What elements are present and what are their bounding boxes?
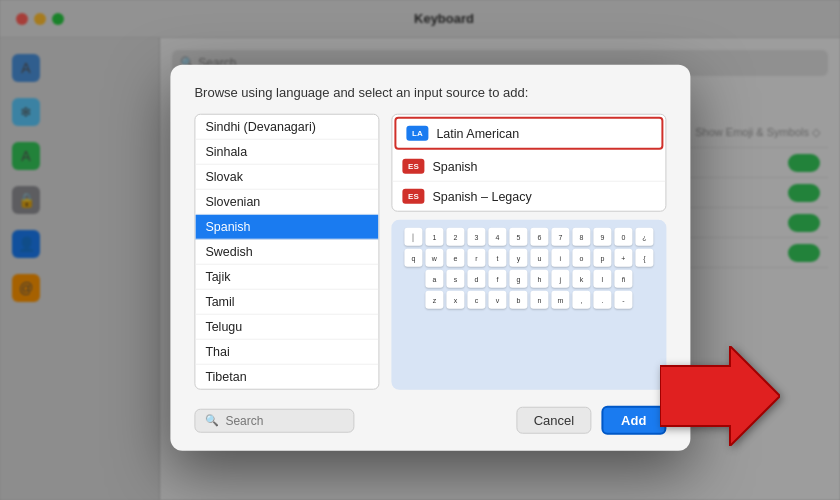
- kb-key: h: [530, 270, 548, 288]
- kb-key: g: [509, 270, 527, 288]
- dialog-title: Browse using language and select an inpu…: [194, 85, 666, 100]
- kb-key: 8: [572, 228, 590, 246]
- right-panel: LA Latin American ES Spanish ES Spanish …: [391, 114, 666, 390]
- dialog-buttons: Cancel Add: [517, 406, 667, 435]
- kb-key: {: [635, 249, 653, 267]
- lang-item-slovak[interactable]: Slovak: [195, 165, 378, 190]
- search-icon: 🔍: [205, 414, 219, 427]
- kb-key: w: [425, 249, 443, 267]
- kb-key: c: [467, 291, 485, 309]
- kb-key: a: [425, 270, 443, 288]
- kb-key: +: [614, 249, 632, 267]
- kb-key: t: [488, 249, 506, 267]
- kb-row-numbers: │ 1 2 3 4 5 6 7 8 9 0 ¿: [397, 228, 660, 246]
- input-source-list[interactable]: LA Latin American ES Spanish ES Spanish …: [391, 114, 666, 212]
- lang-item-tibetan[interactable]: Tibetan: [195, 365, 378, 389]
- kb-key: f: [488, 270, 506, 288]
- kb-key: 5: [509, 228, 527, 246]
- kb-key: s: [446, 270, 464, 288]
- kb-key: z: [425, 291, 443, 309]
- kb-key: x: [446, 291, 464, 309]
- cancel-button[interactable]: Cancel: [517, 407, 591, 434]
- kb-key: v: [488, 291, 506, 309]
- input-source-dialog: Browse using language and select an inpu…: [170, 65, 690, 451]
- kb-key: ñ: [614, 270, 632, 288]
- search-input[interactable]: [225, 413, 343, 427]
- add-button[interactable]: Add: [601, 406, 666, 435]
- input-source-name-spanish: Spanish: [432, 159, 477, 173]
- kb-row-asdf: a s d f g h j k l ñ: [397, 270, 660, 288]
- kb-key: ,: [572, 291, 590, 309]
- lang-item-telugu[interactable]: Telugu: [195, 315, 378, 340]
- badge-es-spanish: ES: [402, 159, 424, 174]
- kb-key: m: [551, 291, 569, 309]
- kb-key: 3: [467, 228, 485, 246]
- badge-es-legacy: ES: [402, 189, 424, 204]
- kb-key: 2: [446, 228, 464, 246]
- kb-key: r: [467, 249, 485, 267]
- kb-key: 4: [488, 228, 506, 246]
- kb-key: 6: [530, 228, 548, 246]
- search-bar[interactable]: 🔍: [194, 408, 354, 432]
- input-source-spanish[interactable]: ES Spanish: [392, 152, 665, 182]
- lang-item-thai[interactable]: Thai: [195, 340, 378, 365]
- kb-row-zxcv: z x c v b n m , . -: [397, 291, 660, 309]
- kb-key: p: [593, 249, 611, 267]
- input-source-name-spanish-legacy: Spanish – Legacy: [432, 189, 531, 203]
- kb-key: i: [551, 249, 569, 267]
- lang-item-slovenian[interactable]: Slovenian: [195, 190, 378, 215]
- kb-key: 0: [614, 228, 632, 246]
- kb-key: │: [404, 228, 422, 246]
- kb-key: 1: [425, 228, 443, 246]
- kb-key: d: [467, 270, 485, 288]
- lang-item-spanish[interactable]: Spanish: [195, 215, 378, 240]
- kb-key: q: [404, 249, 422, 267]
- kb-key: k: [572, 270, 590, 288]
- language-list[interactable]: Sindhi (Devanagari) Sinhala Slovak Slove…: [194, 114, 379, 390]
- kb-key: o: [572, 249, 590, 267]
- lang-item-sindhi[interactable]: Sindhi (Devanagari): [195, 115, 378, 140]
- kb-key: b: [509, 291, 527, 309]
- keyboard-preview: │ 1 2 3 4 5 6 7 8 9 0 ¿ q w e r: [391, 220, 666, 390]
- input-source-latin-american[interactable]: LA Latin American: [394, 117, 663, 150]
- kb-key: n: [530, 291, 548, 309]
- dialog-footer: 🔍 Cancel Add: [194, 406, 666, 435]
- kb-row-qwerty: q w e r t y u i o p + {: [397, 249, 660, 267]
- lang-item-swedish[interactable]: Swedish: [195, 240, 378, 265]
- kb-key: -: [614, 291, 632, 309]
- lang-item-sinhala[interactable]: Sinhala: [195, 140, 378, 165]
- kb-key: l: [593, 270, 611, 288]
- kb-key: .: [593, 291, 611, 309]
- kb-key: ¿: [635, 228, 653, 246]
- badge-la: LA: [406, 126, 428, 141]
- kb-key: e: [446, 249, 464, 267]
- kb-key: 9: [593, 228, 611, 246]
- kb-key: u: [530, 249, 548, 267]
- input-source-spanish-legacy[interactable]: ES Spanish – Legacy: [392, 182, 665, 211]
- kb-key: y: [509, 249, 527, 267]
- kb-key: j: [551, 270, 569, 288]
- lang-item-tajik[interactable]: Tajik: [195, 265, 378, 290]
- dialog-body: Sindhi (Devanagari) Sinhala Slovak Slove…: [194, 114, 666, 390]
- kb-key: 7: [551, 228, 569, 246]
- lang-item-tamil[interactable]: Tamil: [195, 290, 378, 315]
- input-source-name-latin-american: Latin American: [436, 126, 519, 140]
